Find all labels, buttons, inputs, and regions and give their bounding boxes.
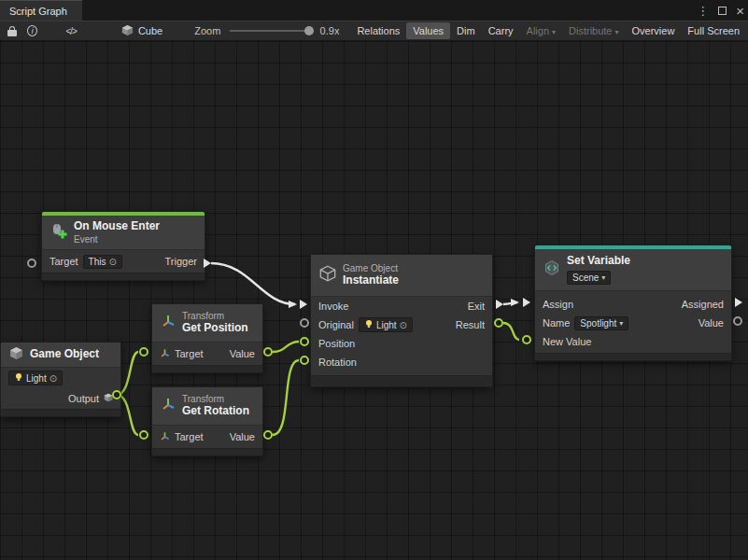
values-button[interactable]: Values bbox=[406, 22, 450, 39]
node-title: Get Position bbox=[182, 322, 248, 335]
context-object-label: Cube bbox=[138, 25, 162, 36]
port-game-object-output[interactable] bbox=[112, 390, 121, 399]
port-instantiate-invoke-in[interactable] bbox=[300, 300, 307, 309]
port-instantiate-result-out[interactable] bbox=[494, 318, 503, 328]
node-subtitle: Event bbox=[74, 234, 160, 245]
port-instantiate-rotation-in[interactable] bbox=[300, 356, 309, 365]
port-label-target: Target bbox=[175, 431, 204, 442]
full-screen-button[interactable]: Full Screen bbox=[681, 22, 746, 39]
transform-icon bbox=[160, 348, 170, 360]
lock-icon[interactable] bbox=[7, 26, 16, 36]
transform-icon bbox=[161, 397, 176, 415]
variable-name-dropdown[interactable]: Spotlight ▾ bbox=[574, 316, 628, 330]
port-get-position-target-in[interactable] bbox=[139, 347, 148, 357]
tab-script-graph[interactable]: Script Graph bbox=[0, 0, 82, 21]
wire-trigger-to-invoke[interactable] bbox=[211, 263, 295, 304]
graph-canvas[interactable]: On Mouse Enter Event Target This ⊙ Trigg… bbox=[0, 41, 748, 560]
transform-icon bbox=[160, 431, 170, 443]
chevron-down-icon: ▾ bbox=[552, 28, 556, 36]
node-footer bbox=[311, 375, 492, 386]
port-label-trigger: Trigger bbox=[165, 256, 197, 267]
variable-scope-dropdown[interactable]: Scene ▾ bbox=[567, 271, 611, 285]
carry-button[interactable]: Carry bbox=[482, 22, 520, 39]
original-object-field[interactable]: Light ⊙ bbox=[359, 317, 413, 332]
port-instantiate-original-in[interactable] bbox=[300, 318, 309, 328]
port-set-variable-assign-in[interactable] bbox=[523, 298, 530, 307]
graph-toolbar: i </> Cube Zoom 0.9x Relations Values Di… bbox=[0, 21, 748, 41]
node-footer bbox=[152, 448, 262, 455]
port-label-exit: Exit bbox=[468, 301, 485, 312]
target-object-field[interactable]: This ⊙ bbox=[83, 255, 122, 269]
port-label-invoke: Invoke bbox=[318, 301, 348, 312]
node-get-position[interactable]: Transform Get Position Target Value bbox=[151, 303, 263, 373]
align-button[interactable]: Align▾ bbox=[520, 22, 562, 39]
node-footer bbox=[1, 409, 120, 416]
port-label-value: Value bbox=[699, 317, 724, 329]
overview-button[interactable]: Overview bbox=[626, 22, 682, 39]
port-label-new-value: New Value bbox=[543, 336, 591, 347]
variable-icon bbox=[543, 259, 560, 280]
port-label-position: Position bbox=[318, 338, 355, 349]
script-graph-window: Script Graph ⋮ × i </> Cube Zoom 0.9x Re… bbox=[0, 0, 748, 560]
node-set-variable[interactable]: Set Variable Scene ▾ Assign Assigned bbox=[534, 245, 732, 361]
port-label-output: Output bbox=[68, 393, 99, 404]
port-get-rotation-target-in[interactable] bbox=[139, 430, 148, 440]
wire-result-to-new-value[interactable] bbox=[503, 323, 519, 340]
node-title: Instantiate bbox=[343, 274, 399, 287]
zoom-slider[interactable] bbox=[230, 25, 312, 36]
port-get-rotation-value-out[interactable] bbox=[263, 430, 273, 440]
close-icon[interactable]: × bbox=[736, 4, 744, 18]
node-title: Get Rotation bbox=[182, 405, 249, 418]
object-picker-icon: ⊙ bbox=[108, 257, 116, 267]
toolbar-buttons: Relations Values Dim Carry Align▾ Distri… bbox=[350, 21, 748, 40]
wire-getrotation-value-to-rotation[interactable] bbox=[273, 360, 299, 435]
port-on-mouse-enter-target-in[interactable] bbox=[27, 259, 36, 268]
port-set-variable-new-value-in[interactable] bbox=[522, 335, 531, 344]
node-footer bbox=[535, 353, 731, 360]
port-label-assigned: Assigned bbox=[682, 299, 724, 310]
chevron-down-icon: ▾ bbox=[619, 319, 623, 328]
info-icon[interactable]: i bbox=[27, 25, 37, 36]
port-label-original: Original bbox=[318, 319, 354, 330]
port-instantiate-position-in[interactable] bbox=[300, 337, 309, 346]
port-instantiate-exit-out[interactable] bbox=[496, 300, 503, 309]
wire-exit-to-assign[interactable] bbox=[503, 302, 517, 304]
chevron-down-icon: ▾ bbox=[601, 273, 605, 282]
port-label-name: Name bbox=[543, 317, 570, 329]
graph-context-object[interactable]: Cube bbox=[121, 24, 162, 38]
port-on-mouse-enter-trigger-out[interactable] bbox=[204, 259, 211, 268]
port-set-variable-value-out[interactable] bbox=[733, 316, 742, 326]
wire-getposition-value-to-position[interactable] bbox=[273, 342, 299, 352]
port-get-position-value-out[interactable] bbox=[263, 347, 273, 357]
cube-icon bbox=[319, 265, 336, 286]
maximize-icon[interactable] bbox=[718, 7, 727, 15]
node-footer bbox=[152, 365, 262, 372]
cube-icon bbox=[121, 24, 134, 38]
port-label-result: Result bbox=[456, 319, 485, 330]
node-surtitle: Game Object bbox=[343, 263, 399, 273]
transform-icon bbox=[161, 314, 176, 332]
distribute-button[interactable]: Distribute▾ bbox=[562, 22, 625, 39]
port-label-target: Target bbox=[175, 348, 204, 359]
relations-button[interactable]: Relations bbox=[350, 22, 406, 39]
game-object-field[interactable]: Light ⊙ bbox=[8, 371, 63, 385]
zoom-slider-track[interactable] bbox=[230, 30, 312, 32]
object-picker-icon: ⊙ bbox=[49, 373, 57, 384]
code-view-icon[interactable]: </> bbox=[65, 26, 76, 36]
port-set-variable-assigned-out[interactable] bbox=[735, 298, 742, 307]
port-label-value: Value bbox=[230, 431, 255, 442]
node-on-mouse-enter[interactable]: On Mouse Enter Event Target This ⊙ Trigg… bbox=[41, 211, 205, 281]
node-surtitle: Transform bbox=[182, 311, 248, 321]
node-instantiate[interactable]: Game Object Instantiate Invoke Exit Orig… bbox=[310, 254, 493, 387]
port-label-value: Value bbox=[230, 348, 255, 359]
chevron-down-icon: ▾ bbox=[615, 28, 619, 36]
window-menu-icon[interactable]: ⋮ bbox=[697, 5, 709, 17]
node-get-rotation[interactable]: Transform Get Rotation Target Value bbox=[151, 386, 263, 456]
zoom-slider-handle[interactable] bbox=[304, 26, 314, 35]
port-label-assign: Assign bbox=[543, 299, 573, 310]
node-title: Set Variable bbox=[567, 255, 630, 268]
port-label-target: Target bbox=[49, 256, 78, 267]
node-surtitle: Transform bbox=[182, 394, 249, 404]
dim-button[interactable]: Dim bbox=[450, 22, 482, 39]
node-game-object-literal[interactable]: Game Object Light ⊙ Output bbox=[0, 342, 121, 417]
